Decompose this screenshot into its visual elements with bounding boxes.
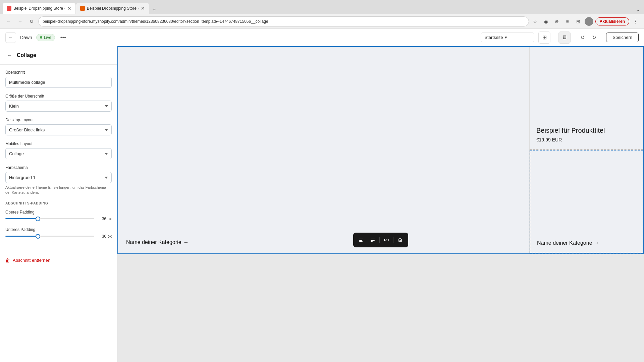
svg-rect-6 xyxy=(399,239,401,242)
mobile-layout-field-group: Mobiles Layout Collage Spalte Raster xyxy=(5,141,112,159)
right-bottom-category-card[interactable]: Name deiner Kategorie → xyxy=(530,150,643,253)
browser-tab-2[interactable]: Beispiel Dropshipping Store · ✕ xyxy=(76,3,149,14)
color-scheme-label: Farbschema xyxy=(5,165,112,170)
app-bar-more-button[interactable]: ••• xyxy=(59,33,67,42)
ft-separator-1 xyxy=(379,237,380,243)
heading-input[interactable] xyxy=(5,77,112,88)
app-bar-back-button[interactable]: ← xyxy=(5,32,16,43)
collage-left-block[interactable]: Name deiner Kategorie → xyxy=(118,47,529,253)
tab-close-1[interactable]: ✕ xyxy=(67,6,71,11)
svg-rect-3 xyxy=(371,239,375,239)
reload-button[interactable]: ↻ xyxy=(27,17,36,26)
bottom-padding-slider[interactable] xyxy=(5,236,94,237)
browser-extension-2[interactable]: ⊕ xyxy=(552,17,561,26)
address-text: beispiel-dropshipping-store.myshopify.co… xyxy=(43,19,268,24)
panel-back-button[interactable]: ← xyxy=(5,51,14,60)
preview-canvas: Name deiner Kategorie → Beispiel für Pro… xyxy=(117,46,644,362)
product-title: Beispiel für Produkttitel xyxy=(536,127,637,134)
ft-delete-button[interactable] xyxy=(395,235,406,245)
heading-size-field-group: Größe der Überschrift Klein Mittel Groß xyxy=(5,94,112,112)
heading-field-group: Überschrift xyxy=(5,70,112,88)
trash-icon: 🗑 xyxy=(5,258,10,263)
right-top-product-card[interactable]: Beispiel für Produkttitel €19,99 EUR xyxy=(530,47,643,150)
save-button[interactable]: Speichern xyxy=(606,33,639,42)
grid-icon-button[interactable]: ⊞ xyxy=(538,32,550,44)
collage-right-column: Beispiel für Produkttitel €19,99 EUR Nam… xyxy=(529,47,643,253)
color-scheme-select[interactable]: Hintergrund 1 Hintergrund 2 Akzent 1 Akz… xyxy=(5,172,112,183)
color-scheme-field-group: Farbschema Hintergrund 1 Hintergrund 2 A… xyxy=(5,165,112,195)
floating-toolbar xyxy=(353,233,408,247)
bookmark-icon[interactable]: ☆ xyxy=(531,17,540,26)
desktop-layout-select[interactable]: Großer Block links Großer Block rechts G… xyxy=(5,124,112,135)
ft-move-up-button[interactable] xyxy=(356,235,367,245)
delete-section-label: Abschnitt entfernen xyxy=(13,258,50,263)
browser-tab-1[interactable]: Beispiel Dropshipping Store · ✕ xyxy=(3,3,75,14)
heading-size-select[interactable]: Klein Mittel Groß xyxy=(5,101,112,112)
product-price: €19,99 EUR xyxy=(536,137,637,142)
back-nav-button[interactable]: ← xyxy=(4,17,13,26)
heading-size-label: Größe der Überschrift xyxy=(5,94,112,99)
desktop-layout-field-group: Desktop-Layout Großer Block links Großer… xyxy=(5,118,112,135)
collage-preview: Name deiner Kategorie → Beispiel für Pro… xyxy=(117,46,644,254)
mobile-layout-select[interactable]: Collage Spalte Raster xyxy=(5,148,112,159)
right-bottom-arrow-icon: → xyxy=(594,240,600,246)
ft-move-down-button[interactable] xyxy=(367,235,378,245)
top-padding-slider[interactable] xyxy=(5,218,94,219)
browser-more-icon[interactable]: ⋮ xyxy=(631,17,640,26)
left-category-link-text: Name deiner Kategorie xyxy=(126,239,181,245)
forward-nav-button[interactable]: → xyxy=(15,17,25,26)
update-button[interactable]: Aktualisieren xyxy=(595,17,629,25)
tab-overflow-button[interactable]: ⌄ xyxy=(634,5,641,14)
tab-title-2: Beispiel Dropshipping Store · xyxy=(87,6,139,11)
svg-rect-5 xyxy=(371,241,373,242)
canvas-inner: Name deiner Kategorie → Beispiel für Pro… xyxy=(117,46,644,254)
svg-rect-4 xyxy=(371,240,375,241)
collage-grid[interactable]: Name deiner Kategorie → Beispiel für Pro… xyxy=(117,46,644,254)
ft-link-button[interactable] xyxy=(381,235,392,245)
svg-rect-2 xyxy=(359,241,363,242)
browser-profile[interactable] xyxy=(585,17,593,26)
tab-favicon-1 xyxy=(7,6,11,11)
top-padding-field-group: Oberes Padding 36 px xyxy=(5,210,112,221)
view-buttons: 🖥 xyxy=(558,32,571,44)
undo-redo-controls: ↺ ↻ xyxy=(577,32,599,43)
left-category-arrow-icon: → xyxy=(183,239,189,245)
panel-body: Überschrift Größe der Überschrift Klein … xyxy=(0,65,117,250)
editor-app-bar: ← Dawn Live ••• Startseite ▾ ⊞ 🖥 ↺ ↻ Spe… xyxy=(0,29,644,46)
undo-button[interactable]: ↺ xyxy=(577,32,588,43)
new-tab-button[interactable]: + xyxy=(150,5,159,14)
color-scheme-hint: Aktualisiere deine Theme-Einstellungen, … xyxy=(5,185,112,195)
editor-main: ← Collage Überschrift Größe der Überschr… xyxy=(0,46,644,362)
address-bar[interactable]: beispiel-dropshipping-store.myshopify.co… xyxy=(38,16,529,26)
desktop-view-button[interactable]: 🖥 xyxy=(558,32,571,44)
bottom-padding-value: 36 px xyxy=(98,234,112,239)
top-padding-value: 36 px xyxy=(98,217,112,221)
redo-button[interactable]: ↻ xyxy=(589,32,599,43)
ft-separator-2 xyxy=(393,237,393,243)
browser-extension-3[interactable]: ≡ xyxy=(563,17,572,26)
panel-header: ← Collage xyxy=(0,46,117,65)
browser-extension-4[interactable]: ⊞ xyxy=(574,17,583,26)
left-category-link[interactable]: Name deiner Kategorie → xyxy=(126,239,521,245)
grid-icon: ⊞ xyxy=(542,34,547,41)
right-bottom-category-text: Name deiner Kategorie xyxy=(537,240,592,246)
padding-section-label: ABSCHNITTS-PADDING xyxy=(5,201,112,205)
bottom-padding-label: Unteres Padding xyxy=(5,227,112,232)
live-badge: Live xyxy=(36,34,55,41)
panel-title: Collage xyxy=(17,52,36,58)
browser-toolbar-icons: ☆ ◉ ⊕ ≡ ⊞ Aktualisieren ⋮ xyxy=(531,17,640,26)
svg-rect-1 xyxy=(359,240,362,241)
browser-extension-1[interactable]: ◉ xyxy=(542,17,550,26)
top-padding-slider-row: 36 px xyxy=(5,217,112,221)
tab-close-2[interactable]: ✕ xyxy=(141,6,145,11)
right-bottom-category-link[interactable]: Name deiner Kategorie → xyxy=(537,240,636,246)
app-bar-theme-name: Dawn xyxy=(20,35,32,40)
browser-toolbar: ← → ↻ beispiel-dropshipping-store.myshop… xyxy=(0,14,644,29)
desktop-layout-label: Desktop-Layout xyxy=(5,118,112,122)
tab-title-1: Beispiel Dropshipping Store · xyxy=(13,6,65,11)
browser-tabs: Beispiel Dropshipping Store · ✕ Beispiel… xyxy=(0,0,644,14)
delete-section-button[interactable]: 🗑 Abschnitt entfernen xyxy=(0,253,117,268)
page-selector[interactable]: Startseite ▾ xyxy=(481,33,534,42)
live-label: Live xyxy=(44,35,51,40)
heading-field-label: Überschrift xyxy=(5,70,112,75)
